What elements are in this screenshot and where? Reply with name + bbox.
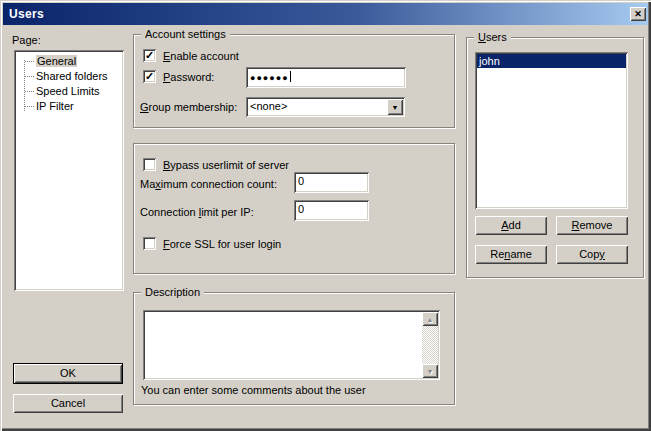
users-group-title: Users xyxy=(474,31,511,44)
tree-item-speed-limits[interactable]: Speed Limits xyxy=(16,84,122,99)
rename-button-label: Rename xyxy=(490,249,532,260)
cancel-button[interactable]: Cancel xyxy=(13,394,123,413)
tree-item-label: Speed Limits xyxy=(36,85,100,97)
tree-item-label: IP Filter xyxy=(36,100,74,112)
tree-item-label: Shared folders xyxy=(36,70,108,82)
description-hint: You can enter some comments about the us… xyxy=(141,384,366,397)
connection-limit-per-ip-value: 0 xyxy=(298,203,304,215)
connection-limit-per-ip-label: Connection limit per IP: xyxy=(140,206,254,219)
copy-button[interactable]: Copy xyxy=(556,245,628,264)
group-membership-select[interactable]: <none> ▼ xyxy=(246,97,405,117)
users-group: Users john Add Remove Rename Copy xyxy=(466,37,644,278)
description-group: Description ▲ ▼ You can enter some comme… xyxy=(133,292,455,405)
connection-limits-group: Bypass userlimit of server Maximum conne… xyxy=(133,143,455,274)
remove-button-label: Remove xyxy=(572,220,613,231)
users-listbox[interactable]: john xyxy=(475,52,628,209)
cancel-button-label: Cancel xyxy=(51,398,85,409)
scroll-down-icon: ▼ xyxy=(427,368,434,375)
account-settings-group: Account settings ✓ Enable account ✓ Pass… xyxy=(133,34,455,128)
chevron-down-icon: ▼ xyxy=(392,104,399,111)
tree-item-label: General xyxy=(36,55,77,67)
max-connection-count-label: Maximum connection count: xyxy=(140,178,277,191)
ok-button-label: OK xyxy=(60,368,76,379)
ok-button[interactable]: OK xyxy=(13,363,123,384)
description-textarea[interactable]: ▲ ▼ xyxy=(143,310,440,380)
title-bar[interactable]: Users ✕ xyxy=(3,3,648,25)
max-connection-count-value: 0 xyxy=(298,175,304,187)
users-dialog: Users ✕ Page: General Shared folders Spe… xyxy=(0,0,651,431)
account-settings-title: Account settings xyxy=(141,28,230,41)
tree-item-general[interactable]: General xyxy=(16,54,122,69)
scroll-up-icon: ▲ xyxy=(427,316,434,323)
force-ssl-label[interactable]: Force SSL for user login xyxy=(163,238,281,251)
connection-limit-per-ip-input[interactable]: 0 xyxy=(294,200,369,221)
password-label[interactable]: Password: xyxy=(163,71,214,84)
enable-account-label[interactable]: Enable account xyxy=(163,50,239,63)
group-membership-label: Group membership: xyxy=(140,101,237,114)
add-button-label: Add xyxy=(501,220,521,231)
copy-button-label: Copy xyxy=(579,249,605,260)
tree-item-shared-folders[interactable]: Shared folders xyxy=(16,69,122,84)
page-tree[interactable]: General Shared folders Speed Limits IP F… xyxy=(14,50,124,291)
scroll-up-button[interactable]: ▲ xyxy=(422,312,438,326)
page-label: Page: xyxy=(12,34,41,47)
scroll-down-button[interactable]: ▼ xyxy=(422,364,438,378)
description-title: Description xyxy=(141,286,204,299)
max-connection-count-input[interactable]: 0 xyxy=(294,172,369,193)
bypass-userlimit-checkbox[interactable] xyxy=(143,158,156,171)
rename-button[interactable]: Rename xyxy=(475,245,547,264)
check-icon: ✓ xyxy=(145,70,154,83)
add-button[interactable]: Add xyxy=(475,216,547,235)
password-value: ●●●●●● xyxy=(250,73,289,83)
vertical-scrollbar[interactable]: ▲ ▼ xyxy=(422,312,438,378)
close-button[interactable]: ✕ xyxy=(630,7,646,21)
text-caret xyxy=(290,71,291,82)
remove-button[interactable]: Remove xyxy=(556,216,628,235)
dropdown-button[interactable]: ▼ xyxy=(387,99,403,115)
password-checkbox[interactable]: ✓ xyxy=(143,70,156,83)
check-icon: ✓ xyxy=(145,49,154,62)
group-membership-value: <none> xyxy=(250,101,287,112)
force-ssl-checkbox[interactable] xyxy=(143,237,156,250)
list-item-label: john xyxy=(479,55,500,67)
password-input[interactable]: ●●●●●● xyxy=(246,67,406,88)
window-title: Users xyxy=(9,7,44,21)
bypass-userlimit-label[interactable]: Bypass userlimit of server xyxy=(163,159,289,172)
tree-item-ip-filter[interactable]: IP Filter xyxy=(16,99,122,114)
enable-account-checkbox[interactable]: ✓ xyxy=(143,49,156,62)
list-item-john[interactable]: john xyxy=(477,54,626,68)
close-icon: ✕ xyxy=(634,10,642,19)
